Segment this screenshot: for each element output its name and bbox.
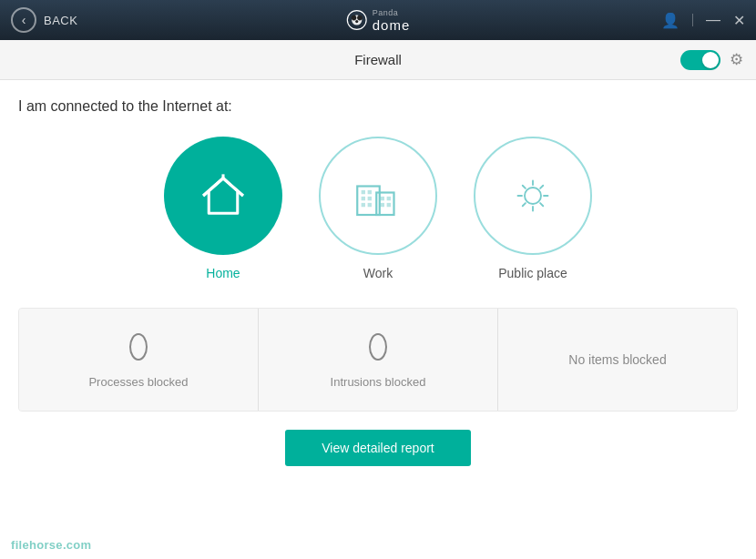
intrusions-label: Intrusions blocked: [331, 375, 426, 389]
network-options: Home: [18, 137, 738, 280]
logo-small-text: Panda: [373, 8, 411, 17]
firewall-toggle[interactable]: [680, 50, 720, 70]
title-bar-center: Panda dome: [346, 8, 411, 33]
network-option-home[interactable]: Home: [164, 137, 282, 280]
stat-noitems: No items blocked: [498, 309, 737, 411]
home-circle[interactable]: [164, 137, 282, 255]
svg-rect-12: [362, 203, 365, 207]
intrusions-count: [366, 330, 390, 368]
svg-point-2: [352, 15, 357, 21]
svg-rect-17: [387, 203, 391, 207]
svg-line-23: [523, 186, 526, 188]
report-btn-container: View detailed report: [18, 430, 738, 466]
processes-zero-icon: [127, 330, 150, 363]
stats-row: Processes blocked Intrusions blocked No …: [18, 308, 738, 412]
svg-point-18: [525, 188, 541, 204]
svg-point-28: [370, 334, 386, 360]
public-icon: [506, 168, 560, 223]
svg-line-25: [540, 186, 543, 188]
home-icon: [191, 164, 255, 228]
svg-point-27: [130, 334, 147, 360]
divider: [692, 14, 693, 26]
network-option-public[interactable]: Public place: [474, 137, 592, 280]
svg-rect-14: [381, 197, 384, 200]
settings-gear-icon[interactable]: ⚙: [730, 50, 743, 69]
title-bar: ‹ BACK Panda dome 👤: [0, 0, 756, 40]
back-arrow-icon: ‹: [22, 13, 26, 27]
svg-rect-9: [368, 190, 372, 194]
work-icon: [346, 164, 410, 228]
public-circle[interactable]: [474, 137, 592, 255]
processes-count: [127, 330, 150, 368]
firewall-controls: ⚙: [680, 50, 743, 70]
toggle-knob: [702, 52, 719, 68]
noitems-text: No items blocked: [568, 352, 666, 367]
stat-processes: Processes blocked: [19, 309, 259, 411]
svg-line-26: [523, 203, 526, 206]
app-window: ‹ BACK Panda dome 👤: [0, 0, 756, 559]
close-button[interactable]: ✕: [733, 12, 745, 29]
stat-intrusions: Intrusions blocked: [259, 309, 498, 411]
svg-rect-8: [362, 190, 365, 194]
home-label: Home: [206, 266, 240, 280]
svg-point-3: [357, 15, 363, 21]
svg-point-4: [355, 20, 358, 23]
network-option-work[interactable]: Work: [319, 137, 437, 280]
main-content: I am connected to the Internet at: Home: [0, 80, 756, 559]
minimize-button[interactable]: —: [706, 12, 720, 28]
svg-rect-10: [362, 197, 365, 200]
dome-logo: Panda dome: [346, 8, 411, 33]
work-label: Work: [363, 266, 393, 280]
svg-rect-16: [381, 203, 384, 207]
view-report-button[interactable]: View detailed report: [285, 430, 470, 466]
back-button[interactable]: ‹: [11, 7, 36, 33]
firewall-title: Firewall: [354, 52, 402, 67]
back-label: BACK: [44, 14, 77, 27]
watermark-text2: horse: [29, 538, 63, 552]
svg-rect-11: [368, 197, 372, 200]
panda-logo-icon: [346, 9, 368, 31]
logo-main-text: dome: [373, 17, 411, 33]
watermark: filehorse.com: [11, 538, 91, 552]
connection-label: I am connected to the Internet at:: [18, 98, 738, 115]
svg-rect-15: [387, 197, 391, 200]
title-bar-left: ‹ BACK: [11, 7, 77, 33]
watermark-text1: file: [11, 538, 29, 552]
svg-line-24: [540, 203, 543, 206]
title-bar-right: 👤 — ✕: [661, 12, 745, 29]
public-label: Public place: [498, 266, 567, 280]
logo-text-group: Panda dome: [373, 8, 411, 33]
firewall-bar: Firewall ⚙: [0, 40, 756, 80]
work-circle[interactable]: [319, 137, 437, 255]
intrusions-zero-icon: [366, 330, 390, 363]
user-icon[interactable]: 👤: [661, 12, 679, 29]
processes-label: Processes blocked: [88, 375, 188, 389]
svg-rect-13: [368, 203, 372, 207]
watermark-text3: .com: [63, 538, 92, 552]
